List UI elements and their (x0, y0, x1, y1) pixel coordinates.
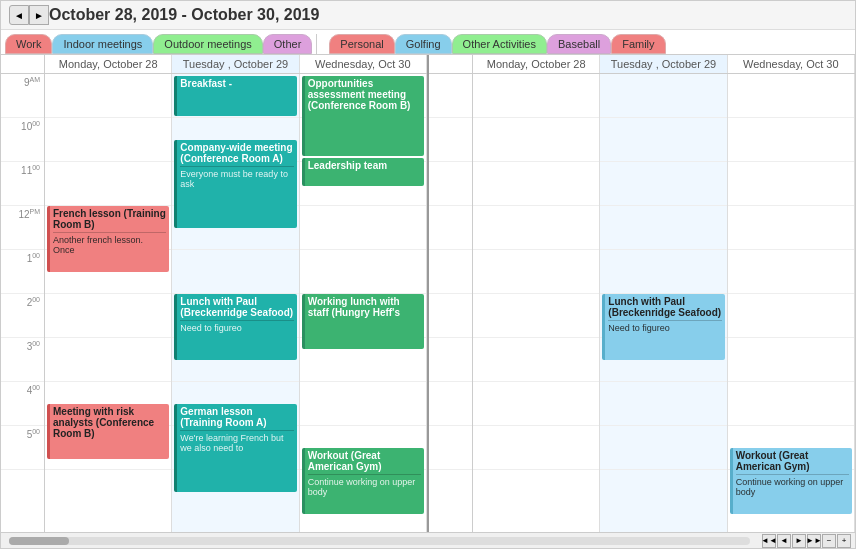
event-subtitle: Everyone must be ready to ask (180, 169, 293, 189)
left-tabs: Work Indoor meetings Outdoor meetings Ot… (1, 34, 312, 54)
time-5: 500 (1, 426, 44, 470)
left-day-wed: Wednesday, Oct 30 (300, 55, 427, 73)
next-button[interactable]: ► (29, 5, 49, 25)
event-title: Working lunch with staff (Hungry Heff's (308, 296, 421, 318)
app-container: ◄ ► October 28, 2019 - October 30, 2019 … (0, 0, 856, 549)
scroll-minus-btn[interactable]: − (822, 534, 836, 548)
time-gutter-left (1, 55, 45, 73)
left-grid: 9AM 1000 1100 12PM 100 200 300 400 500 (1, 74, 427, 532)
event-workout-wed[interactable]: Workout (Great American Gym) Continue wo… (302, 448, 424, 514)
time-12pm: 12PM (1, 206, 44, 250)
r-time-3 (429, 338, 472, 382)
scroll-last-btn[interactable]: ►► (807, 534, 821, 548)
time-column-left: 9AM 1000 1100 12PM 100 200 300 400 500 (1, 74, 45, 532)
tab-work[interactable]: Work (5, 34, 52, 54)
tab-other[interactable]: Other (263, 34, 313, 54)
time-3: 300 (1, 338, 44, 382)
event-working-lunch[interactable]: Working lunch with staff (Hungry Heff's (302, 294, 424, 349)
scrollbar-row: ◄◄ ◄ ► ►► − + (1, 532, 855, 548)
time-2: 200 (1, 294, 44, 338)
right-panel: Monday, October 28 Tuesday , October 29 … (429, 55, 855, 532)
r-time-12 (429, 206, 472, 250)
right-day-mon: Monday, October 28 (473, 55, 600, 73)
scroll-first-btn[interactable]: ◄◄ (762, 534, 776, 548)
left-days-grid: French lesson (Training Room B) Another … (45, 74, 427, 532)
time-gutter-right (429, 55, 473, 73)
event-subtitle: We're learning French but we also need t… (180, 433, 293, 453)
r-time-9 (429, 74, 472, 118)
left-col-tuesday: Breakfast - Company-wide meeting (Confer… (172, 74, 299, 532)
event-opportunities[interactable]: Opportunities assessment meeting (Confer… (302, 76, 424, 156)
event-lunch-paul-left[interactable]: Lunch with Paul (Breckenridge Seafood) N… (174, 294, 296, 360)
right-day-wed: Wednesday, Oct 30 (728, 55, 855, 73)
event-leadership[interactable]: Leadership team (302, 158, 424, 186)
event-subtitle: Need to figureo (180, 323, 293, 333)
right-day-headers: Monday, October 28 Tuesday , October 29 … (429, 55, 855, 74)
tab-family[interactable]: Family (611, 34, 665, 54)
tab-golfing[interactable]: Golfing (395, 34, 452, 54)
header: ◄ ► October 28, 2019 - October 30, 2019 (1, 1, 855, 30)
event-workout-right[interactable]: Workout (Great American Gym) Continue wo… (730, 448, 852, 514)
scroll-prev-btn[interactable]: ◄ (777, 534, 791, 548)
r-time-11 (429, 162, 472, 206)
right-col-monday (473, 74, 600, 532)
right-grid: Lunch with Paul (Breckenridge Seafood) N… (429, 74, 855, 532)
left-col-wednesday: Opportunities assessment meeting (Confer… (300, 74, 427, 532)
scrollbar-thumb[interactable] (9, 537, 69, 545)
event-title: Leadership team (308, 160, 421, 171)
right-col-wednesday: Workout (Great American Gym) Continue wo… (728, 74, 855, 532)
tabs-row: Work Indoor meetings Outdoor meetings Ot… (1, 30, 855, 55)
event-title: Workout (Great American Gym) (736, 450, 849, 472)
right-tabs: Personal Golfing Other Activities Baseba… (325, 34, 665, 54)
date-range: October 28, 2019 - October 30, 2019 (49, 6, 319, 24)
r-time-2 (429, 294, 472, 338)
event-german-lesson[interactable]: German lesson (Training Room A) We're le… (174, 404, 296, 492)
event-french-lesson[interactable]: French lesson (Training Room B) Another … (47, 206, 169, 272)
event-breakfast[interactable]: Breakfast - (174, 76, 296, 116)
right-day-tue: Tuesday , October 29 (600, 55, 727, 73)
tab-baseball[interactable]: Baseball (547, 34, 611, 54)
tab-outdoor-meetings[interactable]: Outdoor meetings (153, 34, 262, 54)
event-subtitle: Another french lesson. Once (53, 235, 166, 255)
left-day-headers: Monday, October 28 Tuesday , October 29 … (1, 55, 427, 74)
left-panel: Monday, October 28 Tuesday , October 29 … (1, 55, 429, 532)
time-11: 1100 (1, 162, 44, 206)
event-title: German lesson (Training Room A) (180, 406, 293, 428)
left-day-tue: Tuesday , October 29 (172, 55, 299, 73)
event-meeting-risk[interactable]: Meeting with risk analysts (Conference R… (47, 404, 169, 459)
time-9am: 9AM (1, 74, 44, 118)
event-title: Meeting with risk analysts (Conference R… (53, 406, 166, 439)
scroll-next-btn[interactable]: ► (792, 534, 806, 548)
event-title: Opportunities assessment meeting (Confer… (308, 78, 421, 111)
r-time-10 (429, 118, 472, 162)
event-company-wide[interactable]: Company-wide meeting (Conference Room A)… (174, 140, 296, 228)
tab-personal[interactable]: Personal (329, 34, 394, 54)
event-title: Lunch with Paul (Breckenridge Seafood) (180, 296, 293, 318)
time-1: 100 (1, 250, 44, 294)
r-time-1 (429, 250, 472, 294)
right-col-tuesday: Lunch with Paul (Breckenridge Seafood) N… (600, 74, 727, 532)
r-time-4 (429, 382, 472, 426)
event-title: French lesson (Training Room B) (53, 208, 166, 230)
tab-indoor-meetings[interactable]: Indoor meetings (52, 34, 153, 54)
tab-other-activities[interactable]: Other Activities (452, 34, 547, 54)
event-lunch-paul-right[interactable]: Lunch with Paul (Breckenridge Seafood) N… (602, 294, 724, 360)
r-time-5 (429, 426, 472, 470)
time-10: 1000 (1, 118, 44, 162)
left-col-monday: French lesson (Training Room B) Another … (45, 74, 172, 532)
event-title: Lunch with Paul (Breckenridge Seafood) (608, 296, 721, 318)
prev-button[interactable]: ◄ (9, 5, 29, 25)
right-days-grid: Lunch with Paul (Breckenridge Seafood) N… (473, 74, 855, 532)
event-subtitle: Continue working on upper body (308, 477, 421, 497)
calendar-area: Monday, October 28 Tuesday , October 29 … (1, 55, 855, 532)
event-subtitle: Continue working on upper body (736, 477, 849, 497)
time-4: 400 (1, 382, 44, 426)
tabs-divider (316, 34, 317, 54)
time-column-right (429, 74, 473, 532)
event-title: Breakfast - (180, 78, 293, 89)
scrollbar-track[interactable] (9, 537, 750, 545)
event-title: Workout (Great American Gym) (308, 450, 421, 472)
scroll-plus-btn[interactable]: + (837, 534, 851, 548)
left-day-mon: Monday, October 28 (45, 55, 172, 73)
event-subtitle: Need to figureo (608, 323, 721, 333)
